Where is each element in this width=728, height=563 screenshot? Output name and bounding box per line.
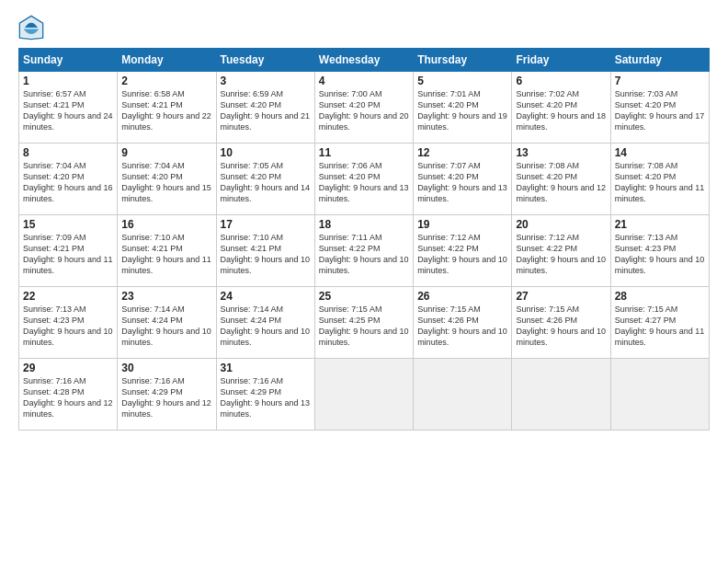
col-thursday: Thursday	[414, 49, 512, 72]
table-cell: 11 Sunrise: 7:06 AM Sunset: 4:20 PM Dayl…	[314, 144, 413, 215]
day-info: Sunrise: 7:08 AM Sunset: 4:20 PM Dayligh…	[516, 160, 606, 205]
day-info: Sunrise: 7:00 AM Sunset: 4:20 PM Dayligh…	[319, 88, 409, 133]
day-info: Sunrise: 7:13 AM Sunset: 4:23 PM Dayligh…	[615, 232, 705, 277]
table-cell	[512, 359, 610, 431]
day-number: 4	[319, 75, 409, 87]
table-row: 1 Sunrise: 6:57 AM Sunset: 4:21 PM Dayli…	[19, 72, 710, 144]
day-info: Sunrise: 7:06 AM Sunset: 4:20 PM Dayligh…	[319, 160, 409, 205]
day-info: Sunrise: 7:15 AM Sunset: 4:25 PM Dayligh…	[319, 304, 409, 349]
day-info: Sunrise: 7:15 AM Sunset: 4:26 PM Dayligh…	[417, 304, 507, 349]
table-cell	[314, 359, 413, 431]
page-container: Sunday Monday Tuesday Wednesday Thursday…	[0, 0, 728, 440]
day-info: Sunrise: 7:07 AM Sunset: 4:20 PM Dayligh…	[417, 160, 507, 205]
col-tuesday: Tuesday	[216, 49, 314, 72]
day-number: 2	[121, 75, 211, 87]
table-cell: 7 Sunrise: 7:03 AM Sunset: 4:20 PM Dayli…	[610, 72, 709, 144]
day-info: Sunrise: 7:09 AM Sunset: 4:21 PM Dayligh…	[23, 232, 113, 277]
col-saturday: Saturday	[610, 49, 709, 72]
table-row: 22 Sunrise: 7:13 AM Sunset: 4:23 PM Dayl…	[19, 287, 710, 359]
table-cell: 2 Sunrise: 6:58 AM Sunset: 4:21 PM Dayli…	[118, 72, 216, 144]
day-info: Sunrise: 7:02 AM Sunset: 4:20 PM Dayligh…	[516, 88, 606, 133]
col-sunday: Sunday	[19, 49, 118, 72]
table-row: 29 Sunrise: 7:16 AM Sunset: 4:28 PM Dayl…	[19, 359, 710, 431]
day-number: 7	[615, 75, 705, 87]
day-info: Sunrise: 7:11 AM Sunset: 4:22 PM Dayligh…	[319, 232, 409, 277]
table-cell: 21 Sunrise: 7:13 AM Sunset: 4:23 PM Dayl…	[610, 215, 709, 287]
day-number: 20	[516, 218, 606, 231]
table-cell: 12 Sunrise: 7:07 AM Sunset: 4:20 PM Dayl…	[414, 144, 512, 215]
day-number: 23	[121, 290, 211, 303]
day-info: Sunrise: 7:13 AM Sunset: 4:23 PM Dayligh…	[23, 304, 113, 349]
table-cell: 8 Sunrise: 7:04 AM Sunset: 4:20 PM Dayli…	[19, 144, 118, 215]
logo-icon	[18, 15, 44, 40]
day-number: 14	[615, 146, 705, 159]
col-wednesday: Wednesday	[314, 49, 413, 72]
day-number: 3	[221, 75, 311, 87]
table-cell: 6 Sunrise: 7:02 AM Sunset: 4:20 PM Dayli…	[512, 72, 610, 144]
day-info: Sunrise: 7:04 AM Sunset: 4:20 PM Dayligh…	[23, 160, 113, 205]
table-row: 8 Sunrise: 7:04 AM Sunset: 4:20 PM Dayli…	[19, 144, 710, 215]
table-cell: 23 Sunrise: 7:14 AM Sunset: 4:24 PM Dayl…	[118, 287, 216, 359]
table-cell: 3 Sunrise: 6:59 AM Sunset: 4:20 PM Dayli…	[216, 72, 314, 144]
table-cell: 10 Sunrise: 7:05 AM Sunset: 4:20 PM Dayl…	[216, 144, 314, 215]
day-number: 19	[417, 218, 507, 231]
day-info: Sunrise: 7:08 AM Sunset: 4:20 PM Dayligh…	[615, 160, 705, 205]
table-cell: 31 Sunrise: 7:16 AM Sunset: 4:29 PM Dayl…	[216, 359, 314, 431]
day-number: 6	[516, 75, 606, 87]
day-info: Sunrise: 7:14 AM Sunset: 4:24 PM Dayligh…	[221, 304, 311, 349]
day-info: Sunrise: 7:15 AM Sunset: 4:26 PM Dayligh…	[516, 304, 606, 349]
table-cell: 18 Sunrise: 7:11 AM Sunset: 4:22 PM Dayl…	[314, 215, 413, 287]
table-cell: 4 Sunrise: 7:00 AM Sunset: 4:20 PM Dayli…	[314, 72, 413, 144]
day-info: Sunrise: 7:05 AM Sunset: 4:20 PM Dayligh…	[221, 160, 311, 205]
day-info: Sunrise: 7:04 AM Sunset: 4:20 PM Dayligh…	[121, 160, 211, 205]
day-info: Sunrise: 7:12 AM Sunset: 4:22 PM Dayligh…	[417, 232, 507, 277]
day-number: 8	[23, 146, 113, 159]
day-info: Sunrise: 6:57 AM Sunset: 4:21 PM Dayligh…	[23, 88, 113, 133]
day-number: 21	[615, 218, 705, 231]
day-info: Sunrise: 7:03 AM Sunset: 4:20 PM Dayligh…	[615, 88, 705, 133]
day-number: 26	[417, 290, 507, 303]
table-cell: 15 Sunrise: 7:09 AM Sunset: 4:21 PM Dayl…	[19, 215, 118, 287]
col-friday: Friday	[512, 49, 610, 72]
table-cell: 16 Sunrise: 7:10 AM Sunset: 4:21 PM Dayl…	[118, 215, 216, 287]
table-cell: 5 Sunrise: 7:01 AM Sunset: 4:20 PM Dayli…	[414, 72, 512, 144]
table-cell: 14 Sunrise: 7:08 AM Sunset: 4:20 PM Dayl…	[610, 144, 709, 215]
table-cell: 13 Sunrise: 7:08 AM Sunset: 4:20 PM Dayl…	[512, 144, 610, 215]
day-number: 31	[221, 362, 311, 374]
table-cell: 19 Sunrise: 7:12 AM Sunset: 4:22 PM Dayl…	[414, 215, 512, 287]
day-info: Sunrise: 7:16 AM Sunset: 4:29 PM Dayligh…	[121, 375, 211, 420]
day-number: 22	[23, 290, 113, 303]
day-number: 27	[516, 290, 606, 303]
day-number: 9	[121, 146, 211, 159]
table-cell: 27 Sunrise: 7:15 AM Sunset: 4:26 PM Dayl…	[512, 287, 610, 359]
day-number: 15	[23, 218, 113, 231]
day-info: Sunrise: 6:59 AM Sunset: 4:20 PM Dayligh…	[221, 88, 311, 133]
day-number: 10	[221, 146, 311, 159]
table-cell: 28 Sunrise: 7:15 AM Sunset: 4:27 PM Dayl…	[610, 287, 709, 359]
table-cell: 24 Sunrise: 7:14 AM Sunset: 4:24 PM Dayl…	[216, 287, 314, 359]
col-monday: Monday	[118, 49, 216, 72]
day-number: 30	[121, 362, 211, 374]
day-number: 12	[417, 146, 507, 159]
day-number: 28	[615, 290, 705, 303]
table-cell: 30 Sunrise: 7:16 AM Sunset: 4:29 PM Dayl…	[118, 359, 216, 431]
day-number: 18	[319, 218, 409, 231]
table-cell: 22 Sunrise: 7:13 AM Sunset: 4:23 PM Dayl…	[19, 287, 118, 359]
day-info: Sunrise: 6:58 AM Sunset: 4:21 PM Dayligh…	[121, 88, 211, 133]
day-number: 17	[221, 218, 311, 231]
table-row: 15 Sunrise: 7:09 AM Sunset: 4:21 PM Dayl…	[19, 215, 710, 287]
calendar-table: Sunday Monday Tuesday Wednesday Thursday…	[18, 48, 710, 431]
day-number: 5	[417, 75, 507, 87]
day-number: 29	[23, 362, 113, 374]
table-cell: 26 Sunrise: 7:15 AM Sunset: 4:26 PM Dayl…	[414, 287, 512, 359]
day-info: Sunrise: 7:01 AM Sunset: 4:20 PM Dayligh…	[417, 88, 507, 133]
day-info: Sunrise: 7:14 AM Sunset: 4:24 PM Dayligh…	[121, 304, 211, 349]
table-cell: 1 Sunrise: 6:57 AM Sunset: 4:21 PM Dayli…	[19, 72, 118, 144]
table-cell	[610, 359, 709, 431]
day-info: Sunrise: 7:10 AM Sunset: 4:21 PM Dayligh…	[121, 232, 211, 277]
day-number: 24	[221, 290, 311, 303]
table-cell: 29 Sunrise: 7:16 AM Sunset: 4:28 PM Dayl…	[19, 359, 118, 431]
day-info: Sunrise: 7:10 AM Sunset: 4:21 PM Dayligh…	[221, 232, 311, 277]
table-cell: 20 Sunrise: 7:12 AM Sunset: 4:22 PM Dayl…	[512, 215, 610, 287]
day-info: Sunrise: 7:16 AM Sunset: 4:29 PM Dayligh…	[221, 375, 311, 420]
